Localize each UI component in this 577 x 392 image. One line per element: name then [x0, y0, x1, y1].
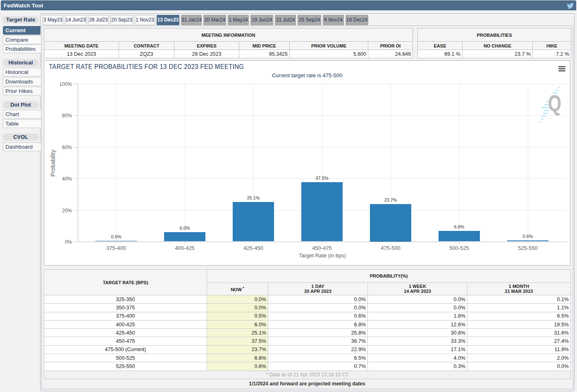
- svg-text:Q: Q: [548, 90, 561, 116]
